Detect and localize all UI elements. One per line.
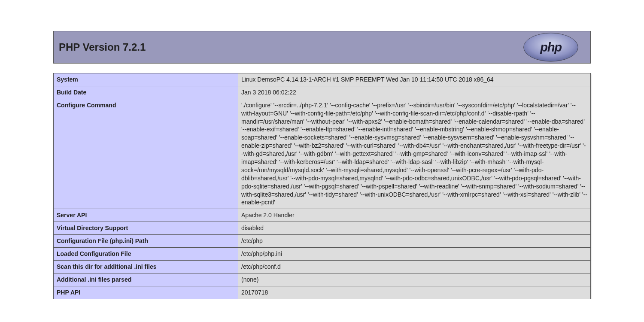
- info-value: './configure' '--srcdir=../php-7.2.1' '-…: [238, 99, 591, 209]
- info-value: Linux DemsoPC 4.14.13-1-ARCH #1 SMP PREE…: [238, 73, 591, 86]
- table-row: Virtual Directory Support disabled: [54, 222, 591, 235]
- table-row: PHP API 20170718: [54, 286, 591, 299]
- table-row: Scan this dir for additional .ini files …: [54, 260, 591, 273]
- svg-text:php: php: [540, 40, 562, 54]
- info-label: Loaded Configuration File: [54, 248, 238, 261]
- info-value: /etc/php: [238, 235, 591, 248]
- info-label: Scan this dir for additional .ini files: [54, 260, 238, 273]
- info-table: System Linux DemsoPC 4.14.13-1-ARCH #1 S…: [53, 73, 591, 299]
- info-value: 20170718: [238, 286, 591, 299]
- table-row: System Linux DemsoPC 4.14.13-1-ARCH #1 S…: [54, 73, 591, 86]
- header-box: PHP Version 7.2.1 php: [53, 31, 591, 64]
- page-title: PHP Version 7.2.1: [59, 41, 146, 53]
- php-logo-icon: php: [516, 32, 585, 62]
- info-label: PHP API: [54, 286, 238, 299]
- info-value: Jan 3 2018 06:02:22: [238, 86, 591, 99]
- info-table-body: System Linux DemsoPC 4.14.13-1-ARCH #1 S…: [54, 73, 591, 299]
- info-label: Build Date: [54, 86, 238, 99]
- table-row: Build Date Jan 3 2018 06:02:22: [54, 86, 591, 99]
- table-row: Server API Apache 2.0 Handler: [54, 209, 591, 222]
- info-value: /etc/php/conf.d: [238, 260, 591, 273]
- table-row: Configure Command './configure' '--srcdi…: [54, 99, 591, 209]
- info-value: disabled: [238, 222, 591, 235]
- phpinfo-page: PHP Version 7.2.1 php System Linux Demso…: [53, 0, 591, 299]
- info-label: Configuration File (php.ini) Path: [54, 235, 238, 248]
- info-label: System: [54, 73, 238, 86]
- info-label: Server API: [54, 209, 238, 222]
- table-row: Configuration File (php.ini) Path /etc/p…: [54, 235, 591, 248]
- info-label: Configure Command: [54, 99, 238, 209]
- info-value: /etc/php/php.ini: [238, 248, 591, 261]
- info-label: Virtual Directory Support: [54, 222, 238, 235]
- info-value: Apache 2.0 Handler: [238, 209, 591, 222]
- info-label: Additional .ini files parsed: [54, 273, 238, 286]
- info-value: (none): [238, 273, 591, 286]
- table-row: Additional .ini files parsed (none): [54, 273, 591, 286]
- table-row: Loaded Configuration File /etc/php/php.i…: [54, 248, 591, 261]
